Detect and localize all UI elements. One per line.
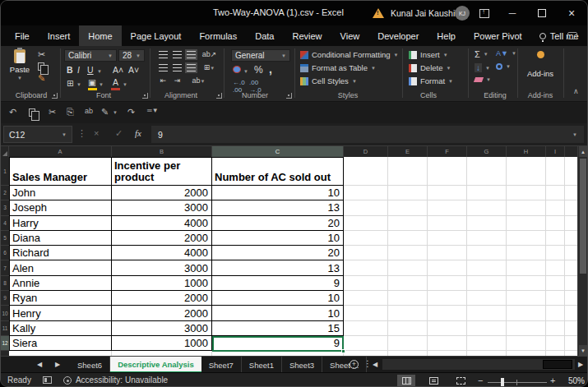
qat-copy-icon[interactable] [29,108,35,117]
row-header-9[interactable]: 9 [1,291,9,306]
row-header-10[interactable]: 10 [1,306,9,320]
cell-C10[interactable]: 10 [212,306,344,320]
cell-I1[interactable] [546,157,565,186]
cell-E9[interactable] [388,291,428,306]
menu-tab-developer[interactable]: Developer [368,25,428,46]
cell-styles-button[interactable]: Cell Styles▼ [300,76,357,85]
cell-C8[interactable]: 9 [212,276,344,291]
cell-E3[interactable] [388,200,428,215]
borders-dropdown[interactable]: ▼ [76,82,81,87]
cell-E6[interactable] [388,246,428,260]
accounting-format-icon[interactable] [233,66,241,73]
cell-C5[interactable]: 10 [212,231,344,246]
cell-D2[interactable] [344,186,388,200]
cell-I2[interactable] [546,186,565,200]
cell-F5[interactable] [428,231,467,246]
cell-D6[interactable] [344,246,388,260]
column-header-C[interactable]: C [212,146,344,157]
zoom-slider[interactable] [488,382,547,383]
column-header-I[interactable]: I [546,146,565,157]
cell-G7[interactable] [467,260,507,275]
close-button[interactable]: × [563,6,580,21]
row-header-12[interactable]: 12 [1,336,9,351]
cell-F4[interactable] [428,216,467,231]
cell-C1[interactable]: Number of AC sold out [212,157,344,186]
name-box[interactable]: C12 ▼ [3,126,72,143]
wrap-text-button[interactable]: ab▼ [192,76,205,86]
cell-E11[interactable] [388,321,428,336]
menu-tab-data[interactable]: Data [246,25,283,46]
font-size-select[interactable]: 28▼ [118,49,145,62]
menu-tab-help[interactable]: Help [428,25,465,46]
row-header-2[interactable]: 2 [1,186,9,200]
cell-F1[interactable] [428,157,467,186]
qat-paste-icon[interactable]: ⎘ [67,107,74,117]
redo-icon[interactable]: ↷ [127,107,135,117]
align-bottom-button[interactable] [185,49,197,60]
column-header-D[interactable]: D [344,146,388,157]
cell-G5[interactable] [467,231,507,246]
format-painter-icon[interactable]: ✎ [38,74,45,83]
cell-F2[interactable] [428,186,467,200]
underline-dropdown[interactable]: ▼ [97,69,102,74]
cell-A5[interactable]: Diana [9,231,112,246]
row-header-3[interactable]: 3 [1,200,9,215]
align-left-button[interactable] [157,62,169,73]
sheet-tab-descriptive-analysis[interactable]: Descriptive Analysis [110,357,201,373]
cell-D5[interactable] [344,231,388,246]
cell-I8[interactable] [546,276,565,291]
fill-color-dropdown[interactable]: ▼ [99,82,104,87]
cell-B12[interactable]: 1000 [112,336,212,351]
formula-input[interactable]: 9 ▼ [151,126,584,143]
cell-I11[interactable] [546,321,565,336]
cell-H1[interactable] [507,157,546,186]
cell-B9[interactable]: 2000 [112,291,212,306]
cell-D4[interactable] [344,216,388,231]
row-header-7[interactable]: 7 [1,260,9,275]
cell-I5[interactable] [546,231,565,246]
cell-H4[interactable] [507,216,546,231]
cell-E5[interactable] [388,231,428,246]
cell-A10[interactable]: Henry [9,306,112,320]
sort-filter-button[interactable]: A▼▼ [496,49,516,58]
cell-H10[interactable] [507,306,546,320]
page-break-view-button[interactable] [451,375,470,387]
cell-E2[interactable] [388,186,428,200]
scroll-up-icon[interactable]: ▲ [579,146,587,157]
qat-draw-icon[interactable]: ✎ [101,107,109,117]
cell-I6[interactable] [546,246,565,260]
sheet-tab-sheet-[interactable]: Sheet ... [322,357,367,373]
cell-D11[interactable] [344,321,388,336]
vertical-scroll-thumb[interactable] [580,159,586,274]
menu-tab-power-pivot[interactable]: Power Pivot [465,25,531,46]
hscroll-right-icon[interactable]: ▶ [578,361,583,368]
maximize-button[interactable] [534,6,550,21]
number-format-select[interactable]: General▼ [231,49,290,62]
cell-E4[interactable] [388,216,428,231]
normal-view-button[interactable] [397,375,415,387]
cell-C2[interactable]: 10 [212,186,344,200]
menu-tab-view[interactable]: View [331,25,369,46]
cell-C7[interactable]: 13 [212,260,344,275]
comma-style-button[interactable]: , [269,62,272,76]
column-header-A[interactable]: A [9,146,112,157]
row-header-5[interactable]: 5 [1,231,9,246]
name-box-dropdown[interactable]: ▼ [62,132,67,137]
cell-F6[interactable] [428,246,467,260]
underline-button[interactable]: U [87,65,94,75]
cell-A8[interactable]: Annie [9,276,112,291]
cell-B5[interactable]: 2000 [112,231,212,246]
paste-button[interactable]: Paste ▼ [7,49,32,92]
cell-A6[interactable]: Richard [9,246,112,260]
cell-F12[interactable] [428,336,467,351]
horizontal-scrollbar[interactable] [382,359,575,370]
column-header-G[interactable]: G [467,146,507,157]
sheet-nav-right-icon[interactable]: ▶ [55,361,60,368]
alignment-dialog-launcher[interactable] [216,93,222,99]
cell-C6[interactable]: 20 [212,246,344,260]
font-color-button[interactable]: A [113,77,118,87]
macro-record-icon[interactable] [43,376,52,384]
autosum-button[interactable]: Σ▼ [475,49,488,59]
cell-B1[interactable]: Incentive per product [112,157,212,186]
format-as-table-button[interactable]: Format as Table▼ [300,63,376,72]
